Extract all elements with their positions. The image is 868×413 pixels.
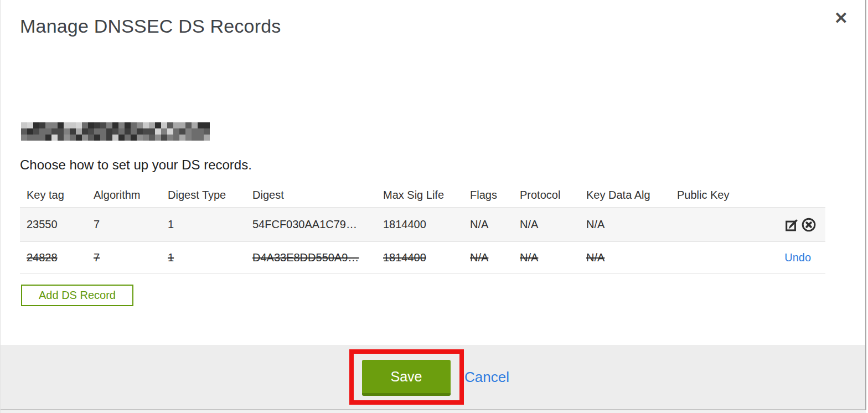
- cell-value: N/A: [586, 218, 604, 230]
- edit-record-icon[interactable]: [784, 217, 799, 233]
- cell-max-sig-life: 1814400: [383, 218, 470, 231]
- column-header-digest: Digest: [252, 189, 383, 202]
- table-body: 235507154FCF030AA1C79…1814400N/AN/AN/A24…: [20, 207, 825, 274]
- cell-algorithm: 7: [94, 251, 168, 264]
- add-ds-record-button[interactable]: Add DS Record: [21, 285, 133, 306]
- cell-key-tag: 23550: [27, 218, 94, 231]
- cell-protocol: N/A: [520, 218, 586, 231]
- cell-value: 23550: [27, 218, 58, 230]
- page-behind-modal: [1, 410, 866, 413]
- cell-value: 1814400: [383, 218, 426, 230]
- cell-digest-type: 1: [168, 218, 252, 231]
- manage-dnssec-modal: Manage DNSSEC DS Records ✕ Choose how to…: [0, 0, 868, 413]
- cell-value: 1: [168, 251, 174, 264]
- modal-right-border: [865, 0, 866, 410]
- delete-record-icon[interactable]: [801, 217, 817, 233]
- table-header-row: Key tagAlgorithmDigest TypeDigestMax Sig…: [20, 183, 825, 207]
- column-header-public-key: Public Key: [677, 189, 764, 202]
- cell-digest: 54FCF030AA1C79…: [252, 218, 383, 231]
- cell-value: 1: [168, 218, 174, 230]
- column-header-flags: Flags: [470, 189, 520, 202]
- cell-value: 1814400: [383, 251, 426, 264]
- cell-value: N/A: [470, 218, 488, 230]
- cell-value: N/A: [586, 251, 604, 264]
- save-button[interactable]: Save: [362, 360, 451, 396]
- ds-records-table: Key tagAlgorithmDigest TypeDigestMax Sig…: [20, 183, 825, 274]
- cell-value: N/A: [520, 218, 538, 230]
- cell-value: 54FCF030AA1C79…: [252, 218, 357, 230]
- cell-key-data-alg: N/A: [586, 218, 677, 231]
- cell-value: N/A: [520, 251, 538, 264]
- close-icon[interactable]: ✕: [834, 10, 848, 27]
- cell-algorithm: 7: [94, 218, 168, 231]
- redacted-domain-name: [21, 122, 210, 141]
- undo-link[interactable]: Undo: [784, 251, 817, 264]
- table-row: 235507154FCF030AA1C79…1814400N/AN/AN/A: [20, 207, 825, 241]
- cell-value: N/A: [470, 251, 488, 264]
- column-header-digest-type: Digest Type: [168, 189, 252, 202]
- row-actions: [764, 217, 825, 233]
- cell-key-data-alg: N/A: [586, 251, 677, 264]
- cell-protocol: N/A: [520, 251, 586, 264]
- column-header-key-data-alg: Key Data Alg: [586, 189, 677, 202]
- column-header-algorithm: Algorithm: [94, 189, 168, 202]
- cell-digest: D4A33E8DD550A9…: [252, 251, 383, 264]
- column-header-key-tag: Key tag: [27, 189, 94, 202]
- cell-flags: N/A: [470, 251, 520, 264]
- cell-value: D4A33E8DD550A9…: [252, 251, 359, 264]
- cell-value: 24828: [27, 251, 58, 264]
- row-actions: Undo: [764, 251, 825, 264]
- page-title: Manage DNSSEC DS Records: [20, 16, 281, 37]
- cell-value: 7: [94, 251, 100, 264]
- column-header-protocol: Protocol: [520, 189, 586, 202]
- cell-max-sig-life: 1814400: [383, 251, 470, 264]
- cancel-link[interactable]: Cancel: [464, 369, 509, 386]
- instruction-text: Choose how to set up your DS records.: [20, 157, 252, 173]
- cell-key-tag: 24828: [27, 251, 94, 264]
- cell-flags: N/A: [470, 218, 520, 231]
- cell-digest-type: 1: [168, 251, 252, 264]
- column-header-max-sig-life: Max Sig Life: [383, 189, 470, 202]
- cell-value: 7: [94, 218, 100, 230]
- table-row: 2482871D4A33E8DD550A9…1814400N/AN/AN/AUn…: [20, 241, 825, 274]
